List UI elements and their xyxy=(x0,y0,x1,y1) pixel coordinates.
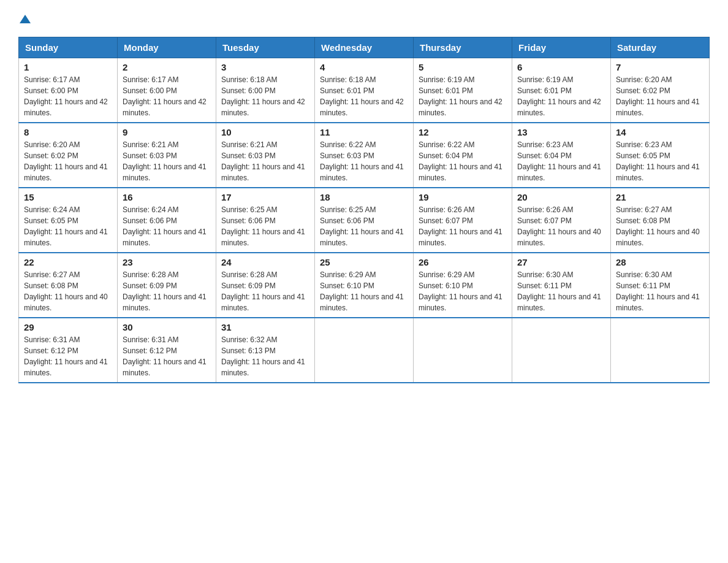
calendar-week-row: 1 Sunrise: 6:17 AMSunset: 6:00 PMDayligh… xyxy=(19,58,710,123)
weekday-header-wednesday: Wednesday xyxy=(315,37,414,58)
calendar-header: SundayMondayTuesdayWednesdayThursdayFrid… xyxy=(19,37,710,58)
weekday-header-thursday: Thursday xyxy=(414,37,512,58)
day-number: 12 xyxy=(419,127,507,137)
calendar-day-cell: 3 Sunrise: 6:18 AMSunset: 6:00 PMDayligh… xyxy=(216,58,315,123)
calendar-day-cell xyxy=(315,318,414,383)
day-info: Sunrise: 6:32 AMSunset: 6:13 PMDaylight:… xyxy=(221,335,305,377)
calendar-day-cell: 8 Sunrise: 6:20 AMSunset: 6:02 PMDayligh… xyxy=(19,123,118,188)
calendar-week-row: 22 Sunrise: 6:27 AMSunset: 6:08 PMDaylig… xyxy=(19,253,710,318)
day-info: Sunrise: 6:21 AMSunset: 6:03 PMDaylight:… xyxy=(221,140,305,182)
calendar-day-cell xyxy=(611,318,710,383)
day-info: Sunrise: 6:28 AMSunset: 6:09 PMDaylight:… xyxy=(123,270,207,312)
calendar-day-cell: 9 Sunrise: 6:21 AMSunset: 6:03 PMDayligh… xyxy=(118,123,216,188)
day-number: 6 xyxy=(517,62,605,72)
day-number: 24 xyxy=(221,257,309,267)
calendar-day-cell: 31 Sunrise: 6:32 AMSunset: 6:13 PMDaylig… xyxy=(216,318,315,383)
calendar-week-row: 8 Sunrise: 6:20 AMSunset: 6:02 PMDayligh… xyxy=(19,123,710,188)
day-number: 13 xyxy=(517,127,605,137)
weekday-header-row: SundayMondayTuesdayWednesdayThursdayFrid… xyxy=(19,37,710,58)
day-number: 10 xyxy=(221,127,309,137)
day-number: 9 xyxy=(123,127,211,137)
day-info: Sunrise: 6:30 AMSunset: 6:11 PMDaylight:… xyxy=(616,270,700,312)
calendar-day-cell: 12 Sunrise: 6:22 AMSunset: 6:04 PMDaylig… xyxy=(414,123,512,188)
calendar-day-cell: 20 Sunrise: 6:26 AMSunset: 6:07 PMDaylig… xyxy=(512,188,611,253)
calendar-day-cell: 25 Sunrise: 6:29 AMSunset: 6:10 PMDaylig… xyxy=(315,253,414,318)
day-number: 17 xyxy=(221,192,309,202)
day-number: 2 xyxy=(123,62,211,72)
day-number: 1 xyxy=(24,62,112,72)
calendar-day-cell: 17 Sunrise: 6:25 AMSunset: 6:06 PMDaylig… xyxy=(216,188,315,253)
day-info: Sunrise: 6:22 AMSunset: 6:03 PMDaylight:… xyxy=(320,140,404,182)
day-number: 31 xyxy=(221,322,309,332)
calendar-day-cell: 18 Sunrise: 6:25 AMSunset: 6:06 PMDaylig… xyxy=(315,188,414,253)
calendar-day-cell: 1 Sunrise: 6:17 AMSunset: 6:00 PMDayligh… xyxy=(19,58,118,123)
day-number: 25 xyxy=(320,257,408,267)
day-info: Sunrise: 6:25 AMSunset: 6:06 PMDaylight:… xyxy=(320,205,404,247)
logo-triangle-icon xyxy=(20,13,31,25)
calendar-week-row: 29 Sunrise: 6:31 AMSunset: 6:12 PMDaylig… xyxy=(19,318,710,383)
calendar-day-cell: 22 Sunrise: 6:27 AMSunset: 6:08 PMDaylig… xyxy=(19,253,118,318)
day-number: 14 xyxy=(616,127,704,137)
calendar-day-cell: 21 Sunrise: 6:27 AMSunset: 6:08 PMDaylig… xyxy=(611,188,710,253)
day-number: 18 xyxy=(320,192,408,202)
day-info: Sunrise: 6:22 AMSunset: 6:04 PMDaylight:… xyxy=(419,140,502,182)
day-number: 21 xyxy=(616,192,704,202)
calendar-day-cell: 5 Sunrise: 6:19 AMSunset: 6:01 PMDayligh… xyxy=(414,58,512,123)
day-info: Sunrise: 6:29 AMSunset: 6:10 PMDaylight:… xyxy=(419,270,502,312)
day-number: 20 xyxy=(517,192,605,202)
day-info: Sunrise: 6:19 AMSunset: 6:01 PMDaylight:… xyxy=(517,75,601,117)
calendar-day-cell: 16 Sunrise: 6:24 AMSunset: 6:06 PMDaylig… xyxy=(118,188,216,253)
weekday-header-tuesday: Tuesday xyxy=(216,37,315,58)
calendar-day-cell: 24 Sunrise: 6:28 AMSunset: 6:09 PMDaylig… xyxy=(216,253,315,318)
day-info: Sunrise: 6:31 AMSunset: 6:12 PMDaylight:… xyxy=(123,335,207,377)
calendar-day-cell: 27 Sunrise: 6:30 AMSunset: 6:11 PMDaylig… xyxy=(512,253,611,318)
day-number: 16 xyxy=(123,192,211,202)
day-number: 3 xyxy=(221,62,309,72)
day-info: Sunrise: 6:20 AMSunset: 6:02 PMDaylight:… xyxy=(616,75,700,117)
day-info: Sunrise: 6:27 AMSunset: 6:08 PMDaylight:… xyxy=(24,270,108,312)
day-info: Sunrise: 6:31 AMSunset: 6:12 PMDaylight:… xyxy=(24,335,108,377)
weekday-header-saturday: Saturday xyxy=(611,37,710,58)
calendar-day-cell xyxy=(512,318,611,383)
day-info: Sunrise: 6:23 AMSunset: 6:04 PMDaylight:… xyxy=(517,140,601,182)
day-info: Sunrise: 6:23 AMSunset: 6:05 PMDaylight:… xyxy=(616,140,700,182)
day-number: 28 xyxy=(616,257,704,267)
day-number: 27 xyxy=(517,257,605,267)
calendar-day-cell: 11 Sunrise: 6:22 AMSunset: 6:03 PMDaylig… xyxy=(315,123,414,188)
calendar-day-cell: 30 Sunrise: 6:31 AMSunset: 6:12 PMDaylig… xyxy=(118,318,216,383)
logo xyxy=(18,12,31,25)
day-info: Sunrise: 6:17 AMSunset: 6:00 PMDaylight:… xyxy=(123,75,207,117)
day-info: Sunrise: 6:17 AMSunset: 6:00 PMDaylight:… xyxy=(24,75,108,117)
day-info: Sunrise: 6:27 AMSunset: 6:08 PMDaylight:… xyxy=(616,205,700,247)
day-info: Sunrise: 6:28 AMSunset: 6:09 PMDaylight:… xyxy=(221,270,305,312)
calendar-day-cell: 29 Sunrise: 6:31 AMSunset: 6:12 PMDaylig… xyxy=(19,318,118,383)
calendar-day-cell: 26 Sunrise: 6:29 AMSunset: 6:10 PMDaylig… xyxy=(414,253,512,318)
weekday-header-sunday: Sunday xyxy=(19,37,118,58)
day-info: Sunrise: 6:24 AMSunset: 6:05 PMDaylight:… xyxy=(24,205,108,247)
day-number: 11 xyxy=(320,127,408,137)
day-info: Sunrise: 6:20 AMSunset: 6:02 PMDaylight:… xyxy=(24,140,108,182)
day-info: Sunrise: 6:25 AMSunset: 6:06 PMDaylight:… xyxy=(221,205,305,247)
calendar-day-cell: 7 Sunrise: 6:20 AMSunset: 6:02 PMDayligh… xyxy=(611,58,710,123)
day-number: 26 xyxy=(419,257,507,267)
day-number: 19 xyxy=(419,192,507,202)
weekday-header-friday: Friday xyxy=(512,37,611,58)
day-number: 30 xyxy=(123,322,211,332)
day-info: Sunrise: 6:30 AMSunset: 6:11 PMDaylight:… xyxy=(517,270,601,312)
calendar-body: 1 Sunrise: 6:17 AMSunset: 6:00 PMDayligh… xyxy=(19,58,710,383)
day-info: Sunrise: 6:29 AMSunset: 6:10 PMDaylight:… xyxy=(320,270,404,312)
calendar-day-cell xyxy=(414,318,512,383)
day-info: Sunrise: 6:24 AMSunset: 6:06 PMDaylight:… xyxy=(123,205,207,247)
day-info: Sunrise: 6:19 AMSunset: 6:01 PMDaylight:… xyxy=(419,75,502,117)
day-number: 15 xyxy=(24,192,112,202)
day-number: 29 xyxy=(24,322,112,332)
calendar-day-cell: 28 Sunrise: 6:30 AMSunset: 6:11 PMDaylig… xyxy=(611,253,710,318)
calendar-day-cell: 10 Sunrise: 6:21 AMSunset: 6:03 PMDaylig… xyxy=(216,123,315,188)
day-number: 5 xyxy=(419,62,507,72)
calendar-day-cell: 23 Sunrise: 6:28 AMSunset: 6:09 PMDaylig… xyxy=(118,253,216,318)
weekday-header-monday: Monday xyxy=(118,37,216,58)
day-info: Sunrise: 6:21 AMSunset: 6:03 PMDaylight:… xyxy=(123,140,207,182)
day-number: 8 xyxy=(24,127,112,137)
day-info: Sunrise: 6:26 AMSunset: 6:07 PMDaylight:… xyxy=(517,205,601,247)
day-number: 7 xyxy=(616,62,704,72)
